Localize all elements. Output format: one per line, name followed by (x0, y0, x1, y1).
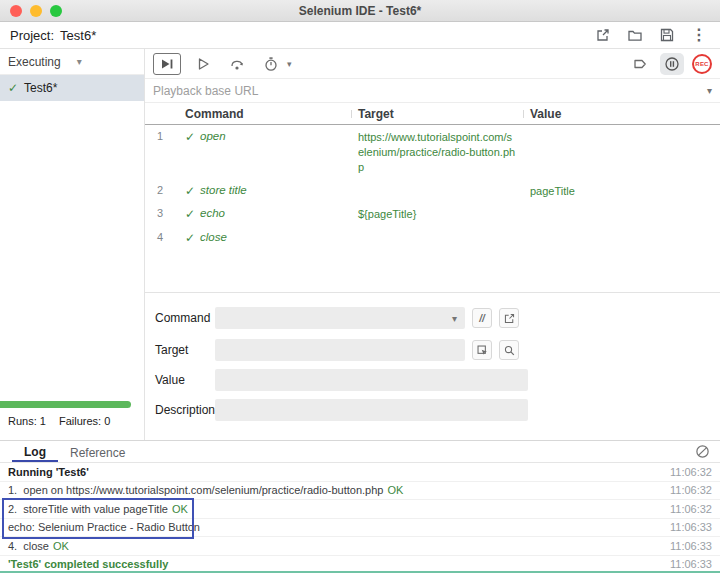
test-speed-button[interactable] (259, 53, 283, 75)
divider (145, 292, 720, 293)
pause-on-exceptions-icon (664, 56, 680, 72)
executing-label: Executing (8, 55, 61, 69)
search-icon (503, 344, 516, 357)
value-input[interactable] (215, 369, 528, 391)
folder-icon (627, 27, 643, 43)
run-current-test-button[interactable] (191, 53, 215, 75)
log-entry: Running 'Test6' 11:06:32 (0, 463, 720, 482)
select-target-icon (476, 344, 489, 357)
log-entry: 2. storeTitle with value pageTitle OK 11… (0, 500, 720, 519)
more-menu-button[interactable]: ⋮ (688, 24, 710, 46)
log-timestamp: 11:06:32 (670, 503, 712, 515)
log-status: OK (172, 503, 188, 515)
check-icon: ✓ (185, 207, 195, 221)
pause-on-exceptions-button[interactable] (660, 53, 684, 75)
record-icon: REC (695, 61, 708, 67)
toolbar-right-group: REC (628, 53, 712, 75)
new-project-icon (595, 27, 611, 43)
table-row[interactable]: 4 ✓ close (145, 226, 720, 249)
tests-sidebar: Executing ▾ ✓ Test6* Runs: 1 Failures: 0 (0, 49, 145, 441)
tab-log[interactable]: Log (12, 441, 58, 462)
minimize-window-button[interactable] (30, 5, 42, 17)
table-row[interactable]: 2 ✓ store title pageTitle (145, 179, 720, 203)
target-input[interactable] (215, 339, 465, 361)
command-text: open (200, 130, 226, 142)
log-entry: echo: Selenium Practice - Radio Button 1… (0, 519, 720, 538)
log-timestamp: 11:06:32 (670, 484, 712, 496)
clear-log-icon (695, 444, 710, 459)
new-project-button[interactable] (592, 24, 614, 46)
failures-count: Failures: 0 (59, 415, 110, 427)
value-field-label: Value (155, 373, 215, 387)
value-cell: pageTitle (530, 184, 720, 199)
log-text: 2. storeTitle with value pageTitle (8, 503, 168, 515)
find-target-button[interactable] (499, 340, 519, 360)
chevron-down-icon[interactable]: ▾ (287, 59, 292, 69)
command-text: store title (200, 184, 247, 196)
command-form-row: Command ▾ // (155, 307, 519, 329)
window-controls (10, 5, 62, 17)
playback-toolbar: ▾ REC (145, 49, 720, 79)
playback-base-url-input[interactable] (153, 84, 707, 98)
project-bar: Project: Test6* ⋮ (0, 22, 720, 48)
step-over-icon (229, 56, 245, 72)
stopwatch-icon (263, 56, 279, 72)
command-text: close (200, 231, 227, 243)
description-input[interactable] (215, 399, 528, 421)
chevron-down-icon[interactable]: ▾ (707, 85, 712, 96)
command-text: echo (200, 207, 225, 219)
value-form-row: Value (155, 369, 528, 391)
log-entry: 1. open on https://www.tutorialspoint.co… (0, 482, 720, 501)
target-cell: https://www.tutorialspoint.com/selenium/… (358, 130, 530, 175)
playback-base-url-row: ▾ (145, 79, 720, 103)
run-all-tests-button[interactable] (153, 53, 181, 75)
open-in-new-icon (503, 312, 516, 325)
command-cell: ✓ close (185, 231, 358, 245)
check-icon: ✓ (185, 184, 195, 198)
tab-reference[interactable]: Reference (58, 441, 137, 462)
maximize-window-button[interactable] (50, 5, 62, 17)
test-name: Test6* (24, 81, 57, 95)
column-header-target: Target (358, 107, 530, 121)
progress-bar (0, 401, 131, 408)
description-form-row: Description (155, 399, 528, 421)
save-project-button[interactable] (656, 24, 678, 46)
target-field-label: Target (155, 343, 215, 357)
comment-icon: // (479, 313, 485, 324)
command-cell: ✓ echo (185, 207, 358, 221)
runs-failures: Runs: 1 Failures: 0 (8, 415, 120, 427)
executing-dropdown[interactable]: Executing ▾ (0, 49, 144, 75)
record-button[interactable]: REC (692, 54, 712, 74)
play-icon (195, 56, 211, 72)
chevron-down-icon: ▾ (452, 313, 457, 324)
select-target-button[interactable] (472, 340, 492, 360)
sidebar-test-item[interactable]: ✓ Test6* (0, 75, 144, 101)
disable-breakpoints-button[interactable] (628, 53, 652, 75)
log-timestamp: 11:06:33 (670, 521, 712, 533)
table-row[interactable]: 1 ✓ open https://www.tutorialspoint.com/… (145, 125, 720, 179)
log-entry: 4. close OK 11:06:33 (0, 537, 720, 556)
project-actions: ⋮ (592, 24, 710, 46)
log-text: Running 'Test6' (8, 466, 89, 478)
command-cell: ✓ store title (185, 184, 358, 198)
table-row[interactable]: 3 ✓ echo ${pageTitle} (145, 202, 720, 226)
row-number: 3 (145, 207, 185, 219)
clear-log-button[interactable] (695, 444, 710, 459)
log-tabbar: Log Reference (0, 441, 720, 463)
check-icon: ✓ (8, 81, 18, 95)
target-form-row: Target (155, 339, 519, 361)
log-text: 1. open on https://www.tutorialspoint.co… (8, 484, 383, 496)
step-over-button[interactable] (225, 53, 249, 75)
open-project-button[interactable] (624, 24, 646, 46)
window-title: Selenium IDE - Test6* (0, 4, 720, 18)
row-number: 1 (145, 130, 185, 142)
row-number: 4 (145, 231, 185, 243)
project-name: Test6* (60, 28, 96, 43)
toggle-comment-button[interactable]: // (472, 308, 492, 328)
log-text: 'Test6' completed successfully (8, 558, 168, 570)
open-reference-button[interactable] (499, 308, 519, 328)
command-cell: ✓ open (185, 130, 358, 144)
command-select[interactable]: ▾ (215, 307, 465, 329)
close-window-button[interactable] (10, 5, 22, 17)
log-status: OK (53, 540, 69, 552)
